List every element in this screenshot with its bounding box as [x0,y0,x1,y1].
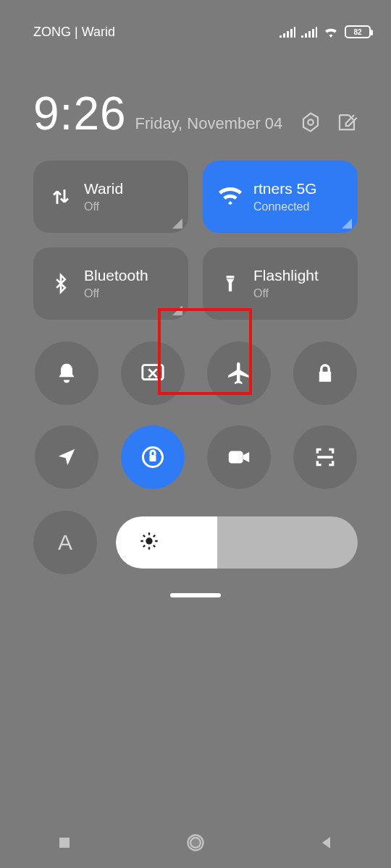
expand-corner[interactable] [172,305,182,315]
mobile-data-tile[interactable]: Warid Off [33,161,188,233]
svg-rect-6 [59,838,70,848]
tile-sub: Off [84,287,148,300]
airplane-icon [226,360,252,386]
expand-corner[interactable] [172,218,182,229]
tile-sub: Connected [253,200,317,213]
status-bar: ZONG | Warid 82 [0,0,391,51]
svg-point-8 [190,838,201,848]
carrier-label: ZONG | Warid [33,25,115,40]
data-icon [45,186,77,208]
svg-rect-3 [149,455,156,461]
nav-bar [0,817,391,868]
battery-icon: 82 [345,25,371,38]
svg-point-5 [146,537,152,544]
bluetooth-tile[interactable]: Bluetooth Off [33,247,188,320]
mute-toggle[interactable] [35,341,98,405]
camera-icon [227,448,251,467]
brightness-slider[interactable] [116,516,358,569]
flashlight-icon [214,272,246,295]
screenshot-toggle[interactable] [121,341,185,405]
back-button[interactable] [318,834,335,851]
home-button[interactable] [185,833,206,853]
scanner-toggle[interactable] [293,425,357,489]
rotation-lock-toggle[interactable] [121,425,185,489]
scan-icon [314,446,337,469]
location-toggle[interactable] [35,425,98,489]
signal-icon [279,26,295,38]
lock-toggle[interactable] [293,341,357,405]
wifi-status-icon [323,26,339,38]
tile-title: rtners 5G [253,180,317,197]
wifi-icon [214,185,246,208]
airplane-toggle[interactable] [207,341,271,405]
brightness-fill [116,516,217,569]
battery-percent: 82 [353,28,361,36]
svg-point-0 [308,119,314,125]
sun-icon [139,531,159,554]
wifi-tile[interactable]: rtners 5G Connected [203,161,358,233]
settings-icon[interactable] [300,111,321,133]
flashlight-tile[interactable]: Flashlight Off [203,247,358,320]
tile-sub: Off [84,200,123,213]
bell-icon [55,362,78,385]
edit-icon[interactable] [336,111,358,133]
bluetooth-icon [45,272,77,295]
rotation-lock-icon [140,444,166,470]
auto-brightness-toggle[interactable]: A [33,511,97,574]
screen-record-toggle[interactable] [207,425,271,489]
auto-brightness-label: A [58,530,72,555]
tile-title: Bluetooth [84,267,148,284]
svg-rect-4 [228,451,243,464]
tile-sub: Off [253,287,319,300]
tile-title: Flashlight [253,267,319,284]
panel-handle[interactable] [170,593,221,597]
date: Friday, November 04 [135,114,283,140]
signal-icon-2 [301,26,317,38]
lock-icon [315,362,335,385]
recents-button[interactable] [56,834,73,851]
clock-row: 9:26 Friday, November 04 [0,51,391,148]
expand-corner[interactable] [342,218,352,229]
tile-title: Warid [84,180,123,197]
time: 9:26 [33,87,127,140]
location-icon [56,446,77,468]
status-icons: 82 [279,25,371,38]
screenshot-icon [140,362,165,384]
